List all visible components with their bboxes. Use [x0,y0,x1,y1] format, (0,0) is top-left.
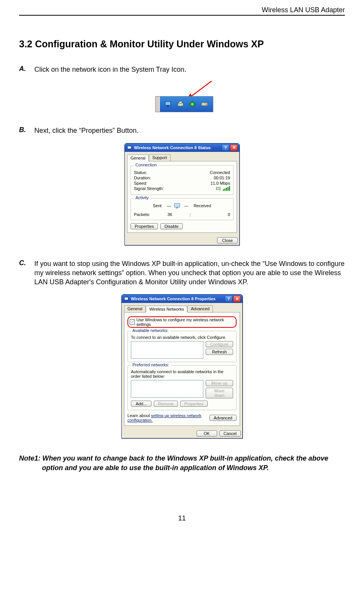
ok-button[interactable]: OK [196,430,217,437]
available-networks-title: Available networks: [131,328,170,333]
movedown-button[interactable]: Move down [206,388,233,398]
status-value: Connected [210,170,230,175]
packets-label: Packets: [134,212,150,217]
close-bottom-button[interactable]: Close [217,237,238,243]
close-button[interactable]: ✕ [233,295,241,302]
available-networks-list[interactable] [131,341,203,359]
svg-rect-4 [179,102,182,103]
preferred-networks-title: Preferred networks: [131,362,171,367]
wifi-icon [127,145,132,150]
activity-group: Activity Sent — — Received Packets: [130,198,234,220]
configure-button[interactable]: Configure [206,341,233,347]
svg-point-8 [206,104,207,105]
advanced-button[interactable]: Advanced [209,415,237,421]
tray-figure [140,82,224,112]
signal-strength-icon [216,186,230,191]
moveup-button[interactable]: Move up [206,380,233,386]
props-title: Wireless Network Connection 8 Properties [131,296,224,301]
props-titlebar[interactable]: Wireless Network Connection 8 Properties… [122,295,242,303]
use-windows-checkbox[interactable]: ✓ [130,319,135,325]
speed-label: Speed: [134,181,147,185]
disable-button[interactable]: Disable [160,223,183,229]
help-button[interactable]: ? [222,144,229,151]
tab-support[interactable]: Support [149,154,171,161]
header-right: Wireless LAN USB Adapter [262,6,345,14]
tab-general[interactable]: General [127,155,149,161]
packets-received-value: 0 [191,212,230,217]
duration-label: Duration: [134,176,151,180]
step-b: B. Next, click the “Properties” Button. [19,126,345,135]
available-networks-group: Available networks: To connect to an ava… [127,331,237,362]
props-props-button[interactable]: Properties [180,401,208,407]
connection-group-title: Connection [134,163,158,167]
svg-rect-1 [165,102,171,105]
add-button[interactable]: Add... [131,401,151,407]
speed-value: 11.0 Mbps [211,181,230,185]
status-window: Wireless Network Connection 8 Status ? ✕… [124,143,240,245]
step-a-text: Click on the network icon in the System … [34,65,186,74]
step-c: C. If you want to stop using the Windows… [19,259,345,287]
step-a-marker: A. [19,65,34,74]
svg-rect-10 [216,187,220,190]
use-windows-highlight: ✓ Use Windows to configure my wireless n… [127,316,237,328]
cancel-button[interactable]: Cancel [219,430,241,437]
duration-value: 00:01:19 [214,176,230,180]
status-tabs: General Support [127,154,237,161]
status-title: Wireless Network Connection 8 Status [134,145,221,150]
activity-group-title: Activity [134,195,150,200]
svg-rect-12 [176,208,178,208]
svg-rect-3 [178,103,183,106]
refresh-button[interactable]: Refresh [206,349,233,355]
page-number: 11 [19,514,345,522]
status-label: Status: [134,170,147,175]
preferred-hint: Automatically connect to available netwo… [131,369,233,379]
connection-group: Connection Status: Connected Duration: 0… [130,165,234,195]
step-b-marker: B. [19,126,34,135]
step-c-marker: C. [19,259,34,287]
svg-rect-9 [127,146,131,149]
properties-window: Wireless Network Connection 8 Properties… [121,294,243,438]
step-a: A. Click on the network icon in the Syst… [19,65,345,74]
status-titlebar[interactable]: Wireless Network Connection 8 Status ? ✕ [125,143,239,152]
available-hint: To connect to an available network, clic… [131,335,233,340]
received-label: Received [193,203,211,208]
tray-drive-icon[interactable] [200,100,209,108]
svg-point-6 [191,103,193,105]
note1: Note1: When you want to change back to t… [19,454,345,472]
tray-network-icon[interactable] [188,100,196,108]
step-c-text: If you want to stop using the Windows XP… [34,259,345,287]
system-tray [155,96,213,112]
wifi-icon [124,296,129,301]
activity-icon: — — [167,202,188,209]
tab-general[interactable]: General [124,305,146,312]
section-title: 3.2 Configuration & Monitor Utility Unde… [19,39,345,50]
svg-rect-2 [167,106,169,106]
learn-text: Learn about setting up wireless network … [127,413,206,422]
preferred-networks-group: Preferred networks: Automatically connec… [127,365,237,410]
remove-button[interactable]: Remove [154,401,178,407]
signal-label: Signal Strength: [134,186,164,191]
tab-advanced[interactable]: Advanced [187,305,213,312]
svg-rect-13 [124,297,128,300]
sent-label: Sent [153,203,162,208]
tray-printer-icon[interactable] [176,100,185,108]
tray-monitor-icon[interactable] [164,100,172,108]
use-windows-label: Use Windows to configure my wireless net… [136,317,234,327]
tray-edge [156,97,160,112]
preferred-networks-list[interactable] [131,380,203,398]
step-b-text: Next, click the “Properties” Button. [34,126,139,135]
props-tabs: General Wireless Networks Advanced [124,305,240,313]
packets-sent-value: 36 [150,212,189,217]
svg-rect-11 [174,203,180,207]
help-button[interactable]: ? [225,295,232,302]
close-button[interactable]: ✕ [230,144,238,151]
properties-button[interactable]: Properties [130,223,158,229]
tab-wireless-networks[interactable]: Wireless Networks [146,306,187,313]
